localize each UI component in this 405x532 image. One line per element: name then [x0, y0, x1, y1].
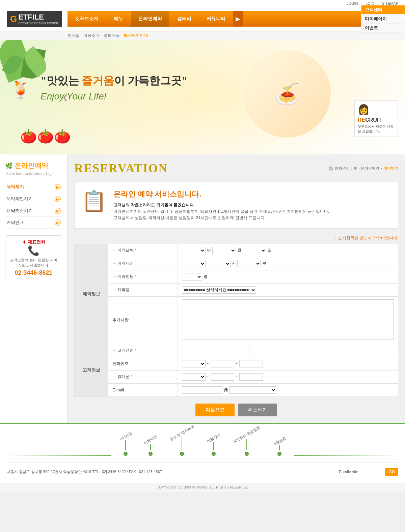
sidebar-menu-item-3: 예약안내 ▶: [5, 217, 62, 229]
next-button[interactable]: 다음으로: [195, 404, 235, 416]
form-row-time: → 예약시간 시 분: [75, 257, 398, 270]
service-desc3: 고객님에서 상담할 의뢰하신 내용은 상담원이 24시간내로 친절하게 답변해 …: [113, 215, 329, 221]
sidebar-menu: 예약하기 ▶ 예약확인하기 ▶ 예약취소하기 ▶ 예약안내 ▶: [5, 181, 62, 229]
email-domain-select[interactable]: [229, 386, 276, 394]
date-day-select[interactable]: [243, 247, 266, 254]
people-field-cell: 명: [178, 270, 398, 283]
nav-next-arrow[interactable]: ▶: [233, 11, 243, 27]
breadcrumb-current: 예약하기: [383, 166, 398, 171]
footer-circle-1: 이용약관: [143, 437, 158, 456]
course-select[interactable]: ========= 선택하세요 =========: [182, 286, 256, 294]
header: G ETFILE CREATIVE DESIGN POWER 겟푸드소개 메뉴 …: [0, 7, 405, 31]
subnav-2[interactable]: 홍보자료: [104, 33, 120, 38]
form-row-people: → 예약인원 * 명: [75, 270, 398, 283]
label-name: → 고객성명 *: [108, 344, 178, 357]
mobile-middle-input[interactable]: [211, 373, 234, 381]
login-link[interactable]: LOGIN: [346, 1, 358, 5]
time-second-select[interactable]: [237, 260, 261, 267]
hero-prev-arrow[interactable]: ❮: [62, 93, 68, 101]
section-label-customer: 고객정보: [75, 344, 108, 396]
label-mobile: → 휴대폰 *: [108, 370, 178, 383]
form-table: 예약정보 → 예약날짜 * 년 월 일 → 예약: [74, 244, 398, 397]
subnav: 인사말 · 직원소개 · 홍보자료 · 봉사위치안내: [0, 31, 405, 40]
family-site-input[interactable]: [336, 468, 383, 476]
name-input[interactable]: [182, 347, 249, 354]
mobile-last-input[interactable]: [239, 373, 263, 381]
phone-area-select[interactable]: [182, 360, 206, 367]
service-title: 온라인 예약 서비스입니다.: [113, 189, 329, 199]
mobile-field-cell: ~ ~: [178, 370, 398, 383]
nav-item-0[interactable]: 겟푸드소개: [68, 11, 106, 27]
extra-textarea[interactable]: [182, 299, 394, 340]
sitemap-link[interactable]: SITEMAP: [382, 1, 398, 5]
form-row-date: 예약정보 → 예약날짜 * 년 월 일: [75, 244, 398, 257]
phone-label: 대표전화: [28, 239, 45, 245]
copyright: COPYRIGHT (C) 2008 VITAMIND. ALL RIGHTS …: [0, 483, 405, 492]
sidebar-title: 🌿 온라인예약: [5, 161, 62, 170]
footer-circle-4: 개인정보 취급방침: [231, 432, 262, 456]
form-row-email: E-mail @: [75, 383, 398, 396]
sun-icon: ☀: [22, 240, 26, 245]
date-year-select[interactable]: [182, 247, 206, 254]
people-select[interactable]: [182, 273, 202, 280]
nav-item-4[interactable]: 커뮤니티: [199, 11, 233, 27]
sidebar-subtitle: 우리의 best participation is large: [5, 172, 62, 176]
breadcrumb-parent[interactable]: 온라인예약: [361, 166, 379, 171]
phone-middle-input[interactable]: [211, 360, 234, 367]
form-row-extra: 추가사항: [75, 296, 398, 344]
page-header: RESERVATION 🏠 현재위치 : 홈 › 온라인예약 › 예약하기: [74, 161, 398, 175]
family-site-go-button[interactable]: GO: [385, 468, 398, 476]
service-intro-box: 📋 온라인 예약 서비스입니다. 고객님의 작은소리라도 귀기울여 들겠습니다.…: [74, 182, 398, 229]
sidebar-menu-item-1: 예약확인하기 ▶: [5, 193, 62, 205]
nav-item-3[interactable]: 갤러리: [170, 11, 199, 27]
day-label: 일: [268, 247, 272, 253]
arrow-icon-0: ▶: [55, 184, 61, 190]
hero-food-image: 🍝: [236, 47, 338, 141]
right-content: RESERVATION 🏠 현재위치 : 홈 › 온라인예약 › 예약하기 📋 …: [68, 154, 405, 423]
side-menu-0[interactable]: 고객센터: [361, 5, 405, 14]
logo-tagline: CREATIVE DESIGN POWER: [18, 22, 58, 25]
home-icon: 🏠: [329, 166, 333, 171]
footer-circle-0: 사이트맵: [118, 434, 133, 456]
side-menu-2[interactable]: 이벤트: [361, 24, 405, 33]
recruit-box: 👩 RECRUIT 겟푸드에서 새로운 가족을 모집합니다.: [354, 100, 398, 137]
nav-item-1[interactable]: 메뉴: [106, 11, 131, 27]
phone-field-cell: ~ ~: [178, 357, 398, 370]
logo[interactable]: G ETFILE CREATIVE DESIGN POWER: [7, 11, 62, 27]
cancel-button[interactable]: 취소하기: [238, 404, 277, 416]
label-date: → 예약날짜 *: [108, 244, 178, 257]
left-sidebar: 🌿 온라인예약 우리의 best participation is large …: [0, 154, 68, 423]
subnav-1[interactable]: 직원소개: [83, 33, 100, 38]
mobile-area-select[interactable]: [182, 373, 206, 381]
breadcrumb-home[interactable]: 홈: [353, 166, 357, 171]
time-minute-select[interactable]: [207, 260, 231, 267]
phone-box: ☀ 대표전화 📞 고객님들께 보다 친절한 서비스로 모시겠습니다. 02-34…: [5, 235, 62, 280]
subnav-0[interactable]: 인사말: [68, 33, 80, 38]
logo-letter: G: [10, 14, 17, 24]
page-title: RESERVATION: [74, 161, 168, 175]
service-text: 온라인 예약 서비스입니다. 고객님의 작은소리라도 귀기울여 들겠습니다. 바…: [113, 189, 329, 221]
recruit-title-re: RE: [358, 117, 365, 123]
label-email: E-mail: [108, 383, 178, 396]
minute-label: 분: [262, 261, 266, 266]
label-phone: 전화번호: [108, 357, 178, 370]
label-course: → 예약률: [108, 283, 178, 296]
main-nav: 겟푸드소개 메뉴 온라인예약 갤러리 커뮤니티 ▶: [68, 11, 361, 27]
time-hour-select[interactable]: [182, 260, 206, 267]
nav-item-2[interactable]: 온라인예약: [131, 11, 170, 27]
date-field-cell: 년 월 일: [178, 244, 398, 257]
side-menu-1[interactable]: 마이페이지: [361, 14, 405, 24]
course-field-cell: ========= 선택하세요 =========: [178, 283, 398, 296]
label-time: → 예약시간: [108, 257, 178, 270]
hero-banner: 🍹 🍅🍅🍅 "맛있는 즐거움이 가득한그곳" Enjoy Your Life! …: [0, 40, 405, 154]
recruit-desc: 겟푸드에서 새로운 가족을 모집합니다.: [358, 124, 395, 134]
date-month-select[interactable]: [212, 247, 236, 254]
footer-circle-3: 이용안내: [206, 436, 221, 456]
phone-last-input[interactable]: [239, 360, 263, 367]
join-link[interactable]: JOIN: [366, 1, 374, 5]
service-desc2: 바라면레이어의 고객센터 입니다. 공공처법부이 있으사간 1:1게시컨에 글을…: [113, 208, 329, 215]
side-menu-right: 고객센터 마이페이지 이벤트: [361, 5, 405, 33]
subnav-3[interactable]: 봉사위치안내: [124, 33, 148, 38]
email-local-input[interactable]: [182, 386, 222, 394]
footer-address: 서울시 강남구 성시동 590-17번지 역삼생활관 4018 TEL : 02…: [7, 469, 162, 475]
